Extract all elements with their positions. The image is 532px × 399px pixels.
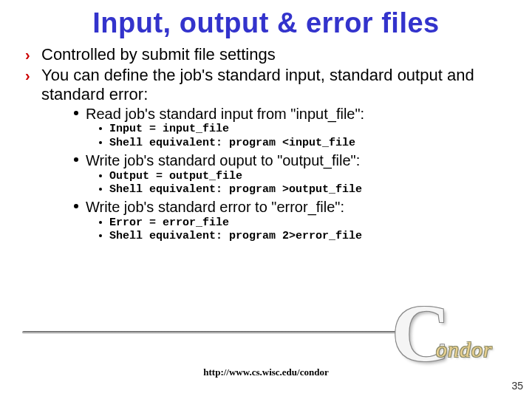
- code-text: Shell equivalent: program <input_file: [109, 137, 355, 149]
- logo-c: C: [392, 287, 450, 381]
- small-dot-icon: [99, 234, 102, 237]
- dot-icon: [74, 157, 78, 162]
- sub-2: Write job's standard ouput to "output_fi…: [74, 152, 510, 197]
- level1-list: › Controlled by submit file settings › Y…: [22, 45, 510, 244]
- bullet-1: › Controlled by submit file settings: [25, 45, 510, 64]
- code-line: Shell equivalent: program 2>error_file: [99, 230, 510, 244]
- bullet-2: › You can define the job's standard inpu…: [25, 66, 510, 244]
- chevron-icon: ›: [25, 67, 30, 85]
- bullet-2-text: You can define the job's standard input,…: [41, 66, 474, 103]
- sub-1: Read job's standard input from "input_fi…: [74, 106, 510, 151]
- small-dot-icon: [99, 174, 102, 177]
- code-text: Input = input_file: [109, 123, 229, 135]
- code-line: Output = output_file: [99, 170, 510, 184]
- small-dot-icon: [99, 127, 102, 130]
- code-text: Shell equivalent: program 2>error_file: [109, 230, 362, 242]
- small-dot-icon: [99, 141, 102, 144]
- slide-body: Input, output & error files › Controlled…: [0, 0, 532, 244]
- code-line: Input = input_file: [99, 123, 510, 137]
- level3-list: Error = error_file Shell equivalent: pro…: [86, 216, 510, 245]
- level3-list: Input = input_file Shell equivalent: pro…: [86, 123, 510, 151]
- logo-word: ondor: [436, 337, 493, 362]
- sub-1-text: Read job's standard input from "input_fi…: [86, 106, 364, 122]
- level2-list: Read job's standard input from "input_fi…: [41, 106, 510, 244]
- code-text: Shell equivalent: program >output_file: [109, 183, 362, 196]
- small-dot-icon: [99, 221, 102, 224]
- page-number: 35: [511, 380, 523, 392]
- sub-2-text: Write job's standard ouput to "output_fi…: [86, 152, 360, 168]
- code-text: Output = output_file: [109, 170, 242, 183]
- code-line: Shell equivalent: program <input_file: [99, 137, 510, 151]
- sub-3-text: Write job's standard error to "error_fil…: [86, 199, 344, 215]
- dot-icon: [74, 111, 78, 115]
- slide-title: Input, output & error files: [22, 7, 510, 39]
- sub-3: Write job's standard error to "error_fil…: [74, 199, 510, 244]
- condor-logo: C ondor: [396, 304, 514, 386]
- level3-list: Output = output_file Shell equivalent: p…: [86, 170, 510, 198]
- footer-url: http://www.cs.wisc.edu/condor: [203, 366, 328, 378]
- bullet-1-text: Controlled by submit file settings: [41, 45, 276, 64]
- divider-line: [22, 331, 399, 334]
- dot-icon: [74, 204, 78, 208]
- small-dot-icon: [99, 188, 102, 191]
- code-line: Shell equivalent: program >output_file: [99, 183, 510, 197]
- code-line: Error = error_file: [99, 216, 510, 231]
- chevron-icon: ›: [25, 47, 30, 64]
- code-text: Error = error_file: [109, 216, 229, 229]
